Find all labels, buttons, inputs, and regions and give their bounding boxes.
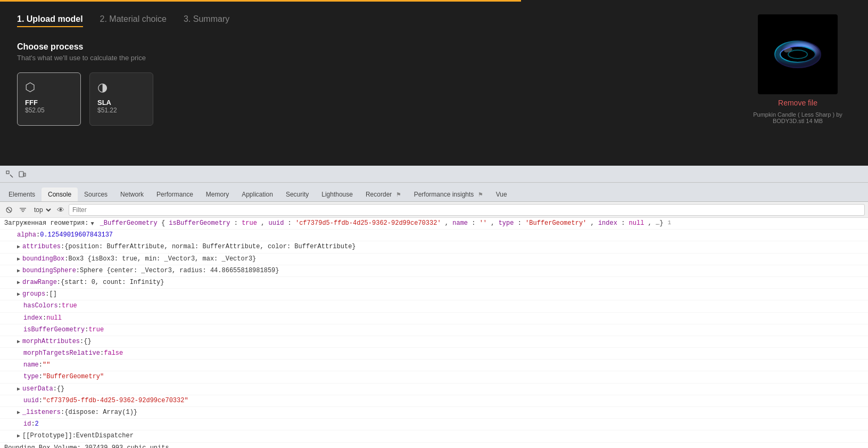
sla-icon: ◑ bbox=[97, 80, 108, 94]
context-selector[interactable]: top bbox=[31, 205, 53, 215]
inspect-element-icon[interactable] bbox=[4, 169, 15, 180]
process-card-sla[interactable]: ◑ SLA $51.22 bbox=[89, 72, 153, 126]
svg-line-5 bbox=[10, 175, 13, 177]
svg-point-2 bbox=[788, 50, 807, 59]
expand-listeners[interactable]: ▶ bbox=[17, 409, 20, 417]
svg-line-9 bbox=[7, 208, 11, 211]
console-line-index: index : null bbox=[0, 313, 868, 324]
tab-recorder[interactable]: Recorder ⚑ bbox=[359, 188, 408, 201]
recorder-icon: ⚑ bbox=[396, 191, 401, 198]
tab-lighthouse[interactable]: Lighthouse bbox=[315, 188, 359, 201]
expand-drawrange[interactable]: ▶ bbox=[17, 279, 20, 287]
devtools-tabs: Elements Console Sources Network Perform… bbox=[0, 183, 868, 202]
device-toggle-icon[interactable] bbox=[17, 169, 28, 180]
expand-bbox[interactable]: ▶ bbox=[17, 255, 20, 264]
step-summary[interactable]: 3. Summary bbox=[184, 14, 229, 27]
tab-application[interactable]: Application bbox=[235, 188, 279, 201]
expand-userdata[interactable]: ▶ bbox=[17, 385, 20, 394]
console-line-listeners: ▶ _listeners : {dispose: Array(1)} bbox=[0, 407, 868, 419]
tab-vue[interactable]: Vue bbox=[490, 188, 514, 201]
console-line-bsphere: ▶ boundingSphere : Sphere {center: _Vect… bbox=[0, 265, 868, 277]
expand-groups[interactable]: ▶ bbox=[17, 290, 20, 299]
step-upload[interactable]: 1. Upload model bbox=[17, 14, 83, 27]
console-line-hascolors: hasColors : true bbox=[0, 300, 868, 312]
app-right: Remove file Pumpkin Candle ( Less Sharp … bbox=[745, 14, 851, 124]
filter-input[interactable] bbox=[69, 204, 865, 216]
console-line-groups: ▶ groups : [] bbox=[0, 289, 868, 300]
section-title: Choose process bbox=[17, 42, 851, 52]
console-line-morphattr: ▶ morphAttributes : {} bbox=[0, 336, 868, 348]
sla-name: SLA bbox=[97, 99, 111, 107]
console-line-morphtarget: morphTargetsRelative : false bbox=[0, 348, 868, 360]
console-line-uuid: uuid : "cf7379d5-ffdb-4d25-9362-92d99ce7… bbox=[0, 395, 868, 407]
perf-insights-icon: ⚑ bbox=[478, 191, 483, 198]
section-subtitle: That's what we'll use to calculate the p… bbox=[17, 54, 851, 62]
expand-bsphere[interactable]: ▶ bbox=[17, 267, 20, 275]
console-line-isbuffergeom: isBufferGeometry : true bbox=[0, 324, 868, 336]
expand-root[interactable]: ▶ bbox=[88, 222, 96, 225]
console-line-root: Загруженная геометрия: ▶ _BufferGeometry… bbox=[0, 218, 868, 230]
console-line-name: name : "" bbox=[0, 360, 868, 371]
fff-icon: ⬡ bbox=[25, 80, 35, 94]
file-info: Pumpkin Candle ( Less Sharp ) by BODY3D.… bbox=[745, 111, 851, 124]
console-line-drawrange: ▶ drawRange : {start: 0, count: Infinity… bbox=[0, 277, 868, 289]
expand-morphattr[interactable]: ▶ bbox=[17, 338, 20, 346]
console-bbox-volume: Bounding Box Volume: 307439.993 cubic un… bbox=[0, 443, 868, 448]
tab-memory[interactable]: Memory bbox=[200, 188, 235, 201]
console-line-alpha: alpha : 0.12549019607843137 bbox=[0, 230, 868, 241]
devtools-toolbar bbox=[0, 166, 868, 183]
svg-rect-6 bbox=[19, 172, 23, 177]
tab-console[interactable]: Console bbox=[42, 188, 78, 201]
eye-icon[interactable]: 👁 bbox=[55, 204, 67, 216]
app-left: 1. Upload model 2. Material choice 3. Su… bbox=[17, 14, 851, 153]
tab-performance[interactable]: Performance bbox=[150, 188, 200, 201]
fff-price: $52.05 bbox=[25, 107, 45, 114]
console-line-type: type : "BufferGeometry" bbox=[0, 371, 868, 383]
steps-nav: 1. Upload model 2. Material choice 3. Su… bbox=[17, 14, 851, 27]
tab-perf-insights[interactable]: Performance insights ⚑ bbox=[408, 188, 490, 201]
svg-rect-4 bbox=[6, 171, 9, 174]
console-filter-row: top 👁 bbox=[0, 202, 868, 218]
devtools-panel: Elements Console Sources Network Perform… bbox=[0, 166, 868, 448]
process-cards: ⬡ FFF $52.05 ◑ SLA $51.22 bbox=[17, 72, 851, 126]
fff-name: FFF bbox=[25, 99, 38, 107]
app-area: 1. Upload model 2. Material choice 3. Su… bbox=[0, 2, 868, 166]
console-line-id: id : 2 bbox=[0, 419, 868, 430]
console-line-prototype: ▶ [[Prototype]] : EventDispatcher bbox=[0, 430, 868, 442]
remove-file-button[interactable]: Remove file bbox=[778, 99, 817, 107]
console-line-bbox: ▶ boundingBox : Box3 {isBox3: true, min:… bbox=[0, 254, 868, 265]
console-line-userdata: ▶ userData : {} bbox=[0, 384, 868, 395]
process-card-fff[interactable]: ⬡ FFF $52.05 bbox=[17, 72, 81, 126]
clear-console-button[interactable] bbox=[3, 204, 15, 216]
sla-price: $51.22 bbox=[97, 107, 117, 114]
log-prefix: Загруженная геометрия: bbox=[4, 218, 88, 229]
model-preview bbox=[758, 14, 838, 94]
step-material[interactable]: 2. Material choice bbox=[100, 14, 167, 27]
svg-rect-7 bbox=[24, 173, 26, 176]
tab-sources[interactable]: Sources bbox=[78, 188, 114, 201]
console-content: Загруженная геометрия: ▶ _BufferGeometry… bbox=[0, 218, 868, 448]
console-line-attributes: ▶ attributes : {position: BufferAttribut… bbox=[0, 241, 868, 253]
tab-elements[interactable]: Elements bbox=[2, 188, 42, 201]
tab-network[interactable]: Network bbox=[114, 188, 150, 201]
expand-prototype[interactable]: ▶ bbox=[17, 432, 20, 441]
expand-attributes[interactable]: ▶ bbox=[17, 243, 20, 251]
filter-toggle-button[interactable] bbox=[17, 204, 29, 216]
tab-security[interactable]: Security bbox=[279, 188, 315, 201]
